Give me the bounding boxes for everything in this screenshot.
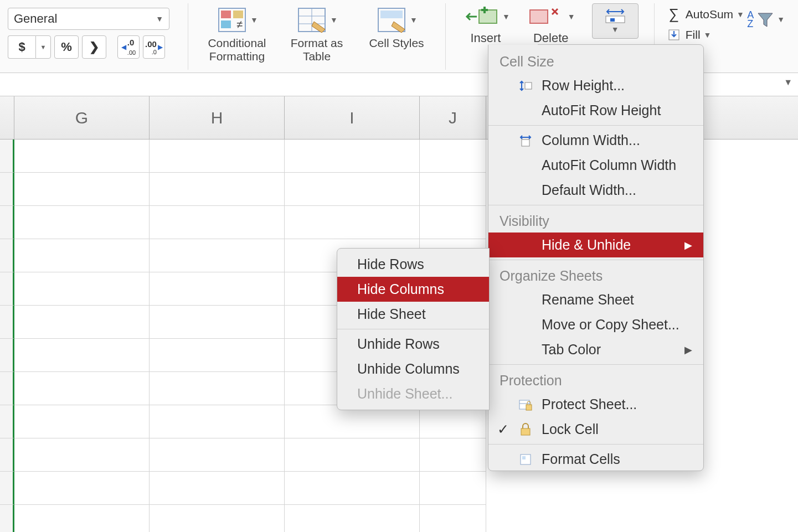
cell[interactable] <box>14 140 150 173</box>
menu-item-autofit-column-width[interactable]: AutoFit Column Width <box>488 153 703 178</box>
chevron-down-icon: ▼ <box>410 16 418 24</box>
column-header-g[interactable]: G <box>14 96 150 139</box>
cell[interactable] <box>14 173 150 206</box>
increase-decimal-button[interactable]: ◀.0.00 <box>117 35 140 59</box>
cell[interactable] <box>150 306 285 339</box>
cell[interactable] <box>14 239 150 272</box>
submenu-item-hide-rows[interactable]: Hide Rows <box>337 252 489 277</box>
submenu-item-unhide-rows[interactable]: Unhide Rows <box>337 332 489 357</box>
row-header[interactable] <box>0 239 14 272</box>
menu-item-format-cells[interactable]: Format Cells <box>488 447 703 467</box>
cell[interactable] <box>420 438 486 472</box>
row-header[interactable] <box>0 339 14 372</box>
menu-item-lock-cell[interactable]: ✓ Lock Cell <box>488 417 703 442</box>
cell[interactable] <box>150 173 285 206</box>
fill-button[interactable]: Fill ▼ <box>666 28 744 42</box>
submenu-item-hide-columns[interactable]: Hide Columns <box>337 277 489 302</box>
menu-item-column-width[interactable]: Column Width... <box>488 128 703 153</box>
row-header[interactable] <box>0 505 14 532</box>
accounting-format-button[interactable]: $ <box>8 35 35 59</box>
menu-item-row-height[interactable]: Row Height... <box>488 73 703 98</box>
cell[interactable] <box>150 372 285 405</box>
menu-item-move-copy-sheet[interactable]: Move or Copy Sheet... <box>488 312 703 337</box>
cell[interactable] <box>420 206 486 239</box>
column-header-h[interactable]: H <box>150 96 285 139</box>
format-as-table-button[interactable]: ▼ Format as Table <box>284 3 350 63</box>
row-header[interactable] <box>0 372 14 405</box>
cell[interactable] <box>14 206 150 239</box>
sort-filter-button[interactable]: AZ ▼ <box>747 10 785 29</box>
percent-format-button[interactable]: % <box>54 35 79 59</box>
cell[interactable] <box>14 272 150 306</box>
cell[interactable] <box>150 339 285 372</box>
chevron-down-icon: ▼ <box>330 16 338 24</box>
conditional-formatting-button[interactable]: ≠ ▼ Conditional Formatting <box>204 3 270 63</box>
decrease-decimal-button[interactable]: .00.0▶ <box>143 35 165 59</box>
menu-item-tab-color[interactable]: Tab Color ▶ <box>488 337 703 362</box>
menu-section-visibility: Visibility <box>488 208 703 233</box>
cell[interactable] <box>285 405 420 438</box>
cell[interactable] <box>150 206 285 239</box>
comma-format-button[interactable]: ❯ <box>82 35 106 59</box>
cell[interactable] <box>150 472 285 505</box>
row-header[interactable] <box>0 140 14 173</box>
row-header[interactable] <box>0 206 14 239</box>
insert-cells-button[interactable]: ▼ Insert <box>461 3 510 45</box>
row-header[interactable] <box>0 438 14 472</box>
menu-item-default-width[interactable]: Default Width... <box>488 178 703 203</box>
row-header[interactable] <box>0 306 14 339</box>
cell[interactable] <box>14 405 150 438</box>
submenu-item-unhide-columns[interactable]: Unhide Columns <box>337 357 489 381</box>
row-header[interactable] <box>0 272 14 306</box>
menu-label: Rename Sheet <box>542 292 692 308</box>
accounting-format-dropdown[interactable]: ▼ <box>35 35 51 59</box>
cell[interactable] <box>285 173 420 206</box>
menu-item-autofit-row-height[interactable]: AutoFit Row Height <box>488 98 703 123</box>
cell[interactable] <box>150 505 285 532</box>
cell[interactable] <box>150 405 285 438</box>
row-header[interactable] <box>0 173 14 206</box>
row-header[interactable] <box>0 405 14 438</box>
autosum-button[interactable]: ∑ AutoSum ▼ <box>666 6 744 23</box>
cell[interactable] <box>285 472 420 505</box>
cell[interactable] <box>285 140 420 173</box>
format-cells-button[interactable]: ▼ <box>592 3 639 39</box>
cell[interactable] <box>150 438 285 472</box>
chevron-down-icon[interactable]: ▼ <box>784 78 792 87</box>
cell[interactable] <box>420 173 486 206</box>
cell[interactable] <box>285 505 420 532</box>
cell[interactable] <box>285 438 420 472</box>
cell[interactable] <box>285 206 420 239</box>
chevron-down-icon: ▼ <box>777 15 785 24</box>
accounting-format-split[interactable]: $ ▼ <box>8 35 51 59</box>
select-all-stub[interactable] <box>0 96 14 139</box>
number-format-select[interactable]: General ▼ <box>8 8 169 30</box>
svg-rect-2 <box>233 11 243 18</box>
chevron-down-icon: ▼ <box>568 12 575 21</box>
cell[interactable] <box>14 505 150 532</box>
cell[interactable] <box>14 372 150 405</box>
menu-item-rename-sheet[interactable]: Rename Sheet <box>488 287 703 312</box>
menu-item-hide-unhide[interactable]: Hide & Unhide ▶ <box>488 233 703 257</box>
menu-item-protect-sheet[interactable]: Protect Sheet... <box>488 392 703 417</box>
cell[interactable] <box>14 306 150 339</box>
cell[interactable] <box>150 140 285 173</box>
lock-icon <box>516 423 535 436</box>
cell[interactable] <box>420 472 486 505</box>
column-header-j[interactable]: J <box>420 96 486 139</box>
svg-rect-18 <box>525 82 532 89</box>
cell[interactable] <box>420 140 486 173</box>
cell[interactable] <box>420 505 486 532</box>
cell[interactable] <box>14 339 150 372</box>
cell[interactable] <box>420 405 486 438</box>
delete-cells-button[interactable]: ▼ Delete <box>527 3 575 45</box>
cell[interactable] <box>150 239 285 272</box>
submenu-item-hide-sheet[interactable]: Hide Sheet <box>337 302 489 327</box>
column-header-i[interactable]: I <box>285 96 420 139</box>
cell[interactable] <box>14 472 150 505</box>
svg-rect-10 <box>380 11 403 18</box>
cell[interactable] <box>14 438 150 472</box>
cell[interactable] <box>150 272 285 306</box>
cell-styles-button[interactable]: ▼ Cell Styles <box>363 3 430 50</box>
row-header[interactable] <box>0 472 14 505</box>
